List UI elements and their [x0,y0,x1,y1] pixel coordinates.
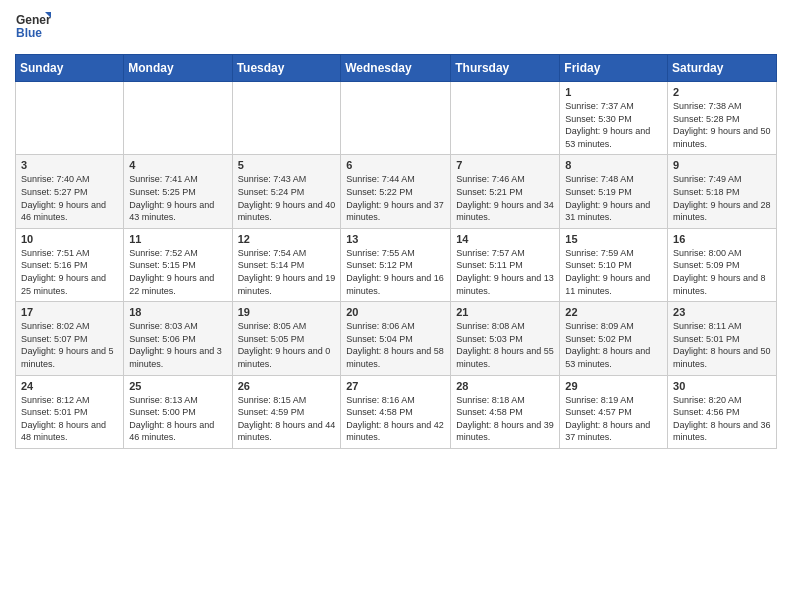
day-info: Sunrise: 8:12 AM Sunset: 5:01 PM Dayligh… [21,394,118,444]
day-info: Sunrise: 7:37 AM Sunset: 5:30 PM Dayligh… [565,100,662,150]
day-info: Sunrise: 8:08 AM Sunset: 5:03 PM Dayligh… [456,320,554,370]
calendar-cell: 20Sunrise: 8:06 AM Sunset: 5:04 PM Dayli… [341,302,451,375]
day-number: 8 [565,159,662,171]
calendar-week-row: 17Sunrise: 8:02 AM Sunset: 5:07 PM Dayli… [16,302,777,375]
calendar-table: SundayMondayTuesdayWednesdayThursdayFrid… [15,54,777,449]
calendar-cell: 26Sunrise: 8:15 AM Sunset: 4:59 PM Dayli… [232,375,341,448]
day-info: Sunrise: 7:52 AM Sunset: 5:15 PM Dayligh… [129,247,226,297]
calendar-header-row: SundayMondayTuesdayWednesdayThursdayFrid… [16,55,777,82]
calendar-cell [341,82,451,155]
day-info: Sunrise: 7:40 AM Sunset: 5:27 PM Dayligh… [21,173,118,223]
calendar-cell: 19Sunrise: 8:05 AM Sunset: 5:05 PM Dayli… [232,302,341,375]
day-info: Sunrise: 7:44 AM Sunset: 5:22 PM Dayligh… [346,173,445,223]
calendar-cell: 10Sunrise: 7:51 AM Sunset: 5:16 PM Dayli… [16,228,124,301]
day-number: 2 [673,86,771,98]
day-number: 7 [456,159,554,171]
logo-svg: General Blue [15,10,51,46]
day-info: Sunrise: 8:02 AM Sunset: 5:07 PM Dayligh… [21,320,118,370]
calendar-cell: 9Sunrise: 7:49 AM Sunset: 5:18 PM Daylig… [668,155,777,228]
day-number: 17 [21,306,118,318]
day-number: 28 [456,380,554,392]
calendar-cell: 17Sunrise: 8:02 AM Sunset: 5:07 PM Dayli… [16,302,124,375]
calendar-cell [451,82,560,155]
calendar-cell: 22Sunrise: 8:09 AM Sunset: 5:02 PM Dayli… [560,302,668,375]
day-number: 5 [238,159,336,171]
calendar-cell: 27Sunrise: 8:16 AM Sunset: 4:58 PM Dayli… [341,375,451,448]
day-number: 26 [238,380,336,392]
calendar-cell [124,82,232,155]
calendar-cell: 13Sunrise: 7:55 AM Sunset: 5:12 PM Dayli… [341,228,451,301]
day-info: Sunrise: 8:13 AM Sunset: 5:00 PM Dayligh… [129,394,226,444]
day-number: 30 [673,380,771,392]
calendar-header-friday: Friday [560,55,668,82]
calendar-cell: 28Sunrise: 8:18 AM Sunset: 4:58 PM Dayli… [451,375,560,448]
day-info: Sunrise: 7:55 AM Sunset: 5:12 PM Dayligh… [346,247,445,297]
logo: General Blue [15,10,51,46]
day-number: 29 [565,380,662,392]
day-number: 23 [673,306,771,318]
calendar-cell: 21Sunrise: 8:08 AM Sunset: 5:03 PM Dayli… [451,302,560,375]
day-number: 22 [565,306,662,318]
calendar-cell [16,82,124,155]
day-info: Sunrise: 8:05 AM Sunset: 5:05 PM Dayligh… [238,320,336,370]
day-number: 21 [456,306,554,318]
day-number: 20 [346,306,445,318]
day-number: 9 [673,159,771,171]
calendar-week-row: 24Sunrise: 8:12 AM Sunset: 5:01 PM Dayli… [16,375,777,448]
day-number: 24 [21,380,118,392]
calendar-cell: 29Sunrise: 8:19 AM Sunset: 4:57 PM Dayli… [560,375,668,448]
day-info: Sunrise: 8:15 AM Sunset: 4:59 PM Dayligh… [238,394,336,444]
day-info: Sunrise: 7:57 AM Sunset: 5:11 PM Dayligh… [456,247,554,297]
day-info: Sunrise: 7:48 AM Sunset: 5:19 PM Dayligh… [565,173,662,223]
calendar-cell: 3Sunrise: 7:40 AM Sunset: 5:27 PM Daylig… [16,155,124,228]
day-info: Sunrise: 7:46 AM Sunset: 5:21 PM Dayligh… [456,173,554,223]
svg-text:Blue: Blue [16,26,42,40]
day-info: Sunrise: 8:16 AM Sunset: 4:58 PM Dayligh… [346,394,445,444]
day-info: Sunrise: 8:19 AM Sunset: 4:57 PM Dayligh… [565,394,662,444]
calendar-cell: 23Sunrise: 8:11 AM Sunset: 5:01 PM Dayli… [668,302,777,375]
day-number: 12 [238,233,336,245]
calendar-cell: 12Sunrise: 7:54 AM Sunset: 5:14 PM Dayli… [232,228,341,301]
day-info: Sunrise: 8:20 AM Sunset: 4:56 PM Dayligh… [673,394,771,444]
calendar-header-saturday: Saturday [668,55,777,82]
calendar-week-row: 3Sunrise: 7:40 AM Sunset: 5:27 PM Daylig… [16,155,777,228]
calendar-header-monday: Monday [124,55,232,82]
day-info: Sunrise: 7:41 AM Sunset: 5:25 PM Dayligh… [129,173,226,223]
calendar-week-row: 1Sunrise: 7:37 AM Sunset: 5:30 PM Daylig… [16,82,777,155]
calendar-cell: 18Sunrise: 8:03 AM Sunset: 5:06 PM Dayli… [124,302,232,375]
day-number: 13 [346,233,445,245]
day-number: 11 [129,233,226,245]
day-info: Sunrise: 7:51 AM Sunset: 5:16 PM Dayligh… [21,247,118,297]
calendar-cell: 6Sunrise: 7:44 AM Sunset: 5:22 PM Daylig… [341,155,451,228]
day-info: Sunrise: 7:59 AM Sunset: 5:10 PM Dayligh… [565,247,662,297]
day-info: Sunrise: 7:49 AM Sunset: 5:18 PM Dayligh… [673,173,771,223]
calendar-cell: 5Sunrise: 7:43 AM Sunset: 5:24 PM Daylig… [232,155,341,228]
calendar-cell: 11Sunrise: 7:52 AM Sunset: 5:15 PM Dayli… [124,228,232,301]
day-number: 6 [346,159,445,171]
day-number: 16 [673,233,771,245]
day-info: Sunrise: 8:03 AM Sunset: 5:06 PM Dayligh… [129,320,226,370]
calendar-cell: 24Sunrise: 8:12 AM Sunset: 5:01 PM Dayli… [16,375,124,448]
day-info: Sunrise: 8:18 AM Sunset: 4:58 PM Dayligh… [456,394,554,444]
day-number: 27 [346,380,445,392]
calendar-cell: 16Sunrise: 8:00 AM Sunset: 5:09 PM Dayli… [668,228,777,301]
calendar-header-tuesday: Tuesday [232,55,341,82]
svg-text:General: General [16,13,51,27]
day-info: Sunrise: 7:38 AM Sunset: 5:28 PM Dayligh… [673,100,771,150]
calendar-cell: 15Sunrise: 7:59 AM Sunset: 5:10 PM Dayli… [560,228,668,301]
calendar-header-wednesday: Wednesday [341,55,451,82]
day-info: Sunrise: 8:09 AM Sunset: 5:02 PM Dayligh… [565,320,662,370]
day-number: 25 [129,380,226,392]
calendar-header-thursday: Thursday [451,55,560,82]
calendar-cell: 4Sunrise: 7:41 AM Sunset: 5:25 PM Daylig… [124,155,232,228]
day-info: Sunrise: 7:43 AM Sunset: 5:24 PM Dayligh… [238,173,336,223]
calendar-cell [232,82,341,155]
calendar-cell: 8Sunrise: 7:48 AM Sunset: 5:19 PM Daylig… [560,155,668,228]
day-number: 10 [21,233,118,245]
calendar-cell: 25Sunrise: 8:13 AM Sunset: 5:00 PM Dayli… [124,375,232,448]
calendar-cell: 14Sunrise: 7:57 AM Sunset: 5:11 PM Dayli… [451,228,560,301]
calendar-week-row: 10Sunrise: 7:51 AM Sunset: 5:16 PM Dayli… [16,228,777,301]
day-number: 1 [565,86,662,98]
day-info: Sunrise: 8:06 AM Sunset: 5:04 PM Dayligh… [346,320,445,370]
day-number: 4 [129,159,226,171]
